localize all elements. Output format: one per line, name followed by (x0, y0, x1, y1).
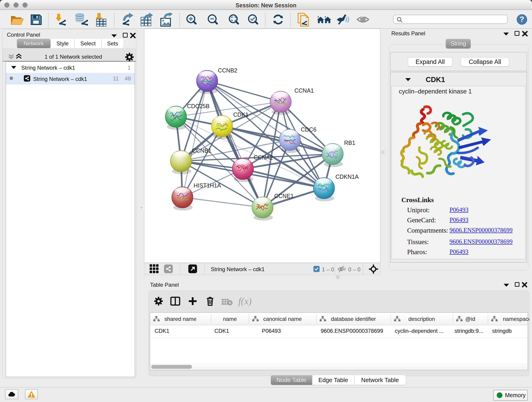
svg-text:CDC25B: CDC25B (187, 103, 210, 109)
svg-text:CCNA1: CCNA1 (294, 87, 314, 94)
svg-text:CCNA2: CCNA2 (254, 154, 273, 161)
svg-text:CDC6: CDC6 (301, 126, 317, 133)
svg-text:CDKN1A: CDKN1A (336, 173, 359, 180)
svg-text:RB1: RB1 (344, 140, 355, 146)
svg-text:HIST1H1A: HIST1H1A (194, 182, 221, 189)
svg-text:CCNB1: CCNB1 (192, 147, 211, 154)
svg-text:CCNE1: CCNE1 (274, 193, 294, 199)
svg-text:CDK1: CDK1 (233, 111, 249, 118)
svg-text:CCNB2: CCNB2 (218, 67, 237, 74)
